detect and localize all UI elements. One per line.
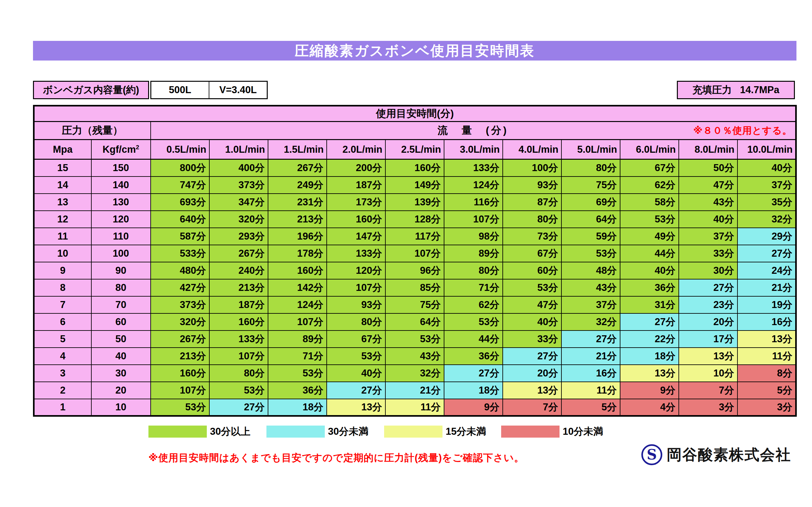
time-cell: 36分 <box>444 348 503 365</box>
time-cell: 293分 <box>209 228 268 245</box>
time-cell: 40分 <box>620 262 679 279</box>
time-cell: 27分 <box>327 382 386 399</box>
time-cell: 267分 <box>268 159 327 176</box>
flow-column-header: 1.0L/min <box>209 140 268 159</box>
mpa-cell: 13 <box>34 193 91 211</box>
fill-pressure-box: 充填圧力 14.7MPa <box>677 81 795 99</box>
time-cell: 37分 <box>561 296 620 314</box>
flow-column-header: 10.0L/min <box>738 140 796 159</box>
mpa-cell: 15 <box>34 159 91 176</box>
time-cell: 36分 <box>268 382 327 399</box>
time-cell: 142分 <box>268 279 327 296</box>
time-cell: 60分 <box>503 262 561 279</box>
time-cell: 693分 <box>151 193 209 211</box>
time-cell: 64分 <box>561 211 620 228</box>
time-cell: 213分 <box>209 279 268 296</box>
time-cell: 3分 <box>738 399 796 416</box>
time-cell: 21分 <box>386 382 444 399</box>
table-row: 660320分160分107分80分64分53分40分32分27分20分16分 <box>34 314 796 331</box>
kgf-cell: 60 <box>91 314 151 331</box>
mpa-column-header: Mpa <box>34 140 91 159</box>
time-cell: 7分 <box>503 399 561 416</box>
column-header-row: Mpa Kgf/cm2 0.5L/min1.0L/min1.5L/min2.0L… <box>34 140 796 159</box>
footer-note: ※使用目安時間はあくまでも目安ですので定期的に圧力計(残量)をご確認下さい。 <box>148 451 524 464</box>
time-cell: 5分 <box>738 382 796 399</box>
time-cell: 18分 <box>268 399 327 416</box>
table-row: 10100533分267分178分133分107分89分67分53分44分33分… <box>34 245 796 262</box>
time-cell: 13分 <box>738 331 796 348</box>
time-cell: 320分 <box>209 211 268 228</box>
table-row: 550267分133分89分67分53分44分33分27分22分17分13分 <box>34 331 796 348</box>
capacity-value-text: 500L <box>169 84 191 96</box>
time-cell: 27分 <box>738 245 796 262</box>
time-cell: 44分 <box>444 331 503 348</box>
kgf-cell: 40 <box>91 348 151 365</box>
page-title: 圧縮酸素ガスボンベ使用目安時間表 <box>295 42 535 60</box>
cylinder-capacity-values: 500L V=3.40L <box>150 81 268 99</box>
time-cell: 47分 <box>503 296 561 314</box>
flow-column-header: 1.5L/min <box>268 140 327 159</box>
time-cell: 133分 <box>209 331 268 348</box>
legend-swatch <box>501 426 560 438</box>
kgf-cell: 80 <box>91 279 151 296</box>
mpa-cell: 2 <box>34 382 91 399</box>
time-cell: 80分 <box>327 314 386 331</box>
kgf-cell: 150 <box>91 159 151 176</box>
time-cell: 21分 <box>561 348 620 365</box>
time-cell: 117分 <box>386 228 444 245</box>
time-cell: 19分 <box>738 296 796 314</box>
flow-column-header: 2.0L/min <box>327 140 386 159</box>
time-cell: 187分 <box>327 176 386 193</box>
time-cell: 373分 <box>209 176 268 193</box>
time-cell: 800分 <box>151 159 209 176</box>
time-cell: 120分 <box>327 262 386 279</box>
legend-label: 30分以上 <box>210 426 250 438</box>
legend-item: 30分以上 <box>148 426 250 438</box>
table-title-cell: 使用目安時間(分) <box>34 106 796 122</box>
flow-column-header: 6.0L/min <box>620 140 679 159</box>
kgf-cell: 100 <box>91 245 151 262</box>
mpa-cell: 14 <box>34 176 91 193</box>
mpa-cell: 12 <box>34 211 91 228</box>
kgf-cell: 130 <box>91 193 151 211</box>
pressure-section-header: 圧力（残量） <box>34 122 151 140</box>
time-cell: 64分 <box>386 314 444 331</box>
table-row: 770373分187分124分93分75分62分47分37分31分23分19分 <box>34 296 796 314</box>
time-cell: 22分 <box>620 331 679 348</box>
mpa-cell: 1 <box>34 399 91 416</box>
time-cell: 107分 <box>327 279 386 296</box>
time-cell: 71分 <box>444 279 503 296</box>
time-cell: 240分 <box>209 262 268 279</box>
time-cell: 67分 <box>620 159 679 176</box>
time-cell: 16分 <box>561 365 620 382</box>
time-cell: 133分 <box>327 245 386 262</box>
time-cell: 133分 <box>444 159 503 176</box>
table-row: 14140747分373分249分187分149分124分93分75分62分47… <box>34 176 796 193</box>
time-cell: 13分 <box>327 399 386 416</box>
time-cell: 213分 <box>268 211 327 228</box>
time-cell: 10分 <box>679 365 738 382</box>
time-cell: 59分 <box>561 228 620 245</box>
time-cell: 33分 <box>679 245 738 262</box>
time-cell: 5分 <box>561 399 620 416</box>
time-cell: 32分 <box>561 314 620 331</box>
time-cell: 80分 <box>444 262 503 279</box>
time-cell: 3分 <box>679 399 738 416</box>
table-row: 11110587分293分196分147分117分98分73分59分49分37分… <box>34 228 796 245</box>
time-cell: 27分 <box>209 399 268 416</box>
time-cell: 53分 <box>620 211 679 228</box>
time-cell: 43分 <box>386 348 444 365</box>
time-cell: 11分 <box>386 399 444 416</box>
time-cell: 40分 <box>503 314 561 331</box>
cylinder-capacity-label: ボンベガス内容量(約) <box>33 81 149 99</box>
time-cell: 11分 <box>561 382 620 399</box>
usage-table-wrap: 使用目安時間(分) 圧力（残量） 流 量 (分) ※８０％使用とする。 Mpa … <box>33 105 797 417</box>
time-cell: 196分 <box>268 228 327 245</box>
time-cell: 13分 <box>620 365 679 382</box>
mpa-cell: 10 <box>34 245 91 262</box>
time-cell: 747分 <box>151 176 209 193</box>
legend-swatch <box>384 426 443 438</box>
mpa-cell: 3 <box>34 365 91 382</box>
time-cell: 100分 <box>503 159 561 176</box>
time-cell: 53分 <box>503 279 561 296</box>
